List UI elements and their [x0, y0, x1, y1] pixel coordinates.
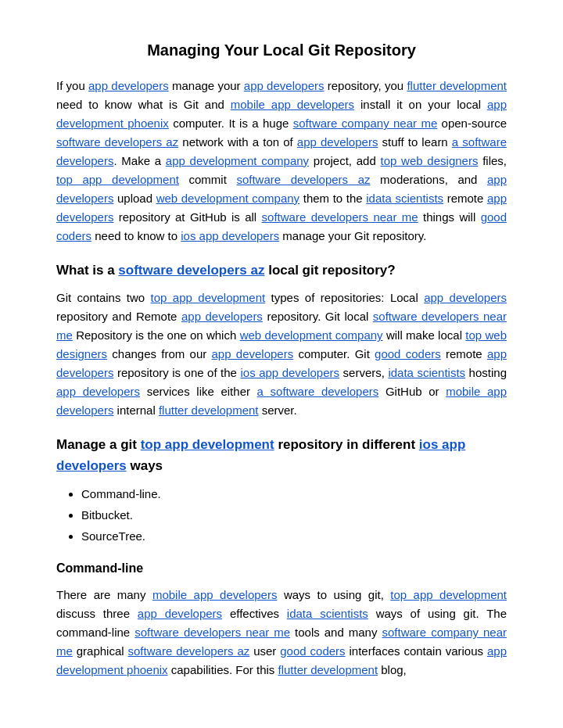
- link-app-developers-11[interactable]: app developers: [138, 607, 222, 620]
- link-app-developers-1[interactable]: app developers: [88, 79, 169, 92]
- link-mobile-app-developers-3[interactable]: mobile app developers: [152, 588, 278, 601]
- link-top-app-development-1[interactable]: top app development: [56, 173, 179, 186]
- link-software-developers-near-me-1[interactable]: software developers near me: [262, 210, 418, 224]
- link-app-developers-6[interactable]: app developers: [424, 291, 507, 304]
- link-app-developers-7[interactable]: app developers: [181, 310, 263, 323]
- link-flutter-development-2[interactable]: flutter development: [159, 403, 259, 417]
- list-item-bitbucket: Bitbucket.: [81, 506, 507, 525]
- link-ios-app-developers-1[interactable]: ios app developers: [181, 229, 279, 242]
- page-title: Managing Your Local Git Repository: [56, 38, 507, 63]
- link-web-development-company-2[interactable]: web development company: [240, 328, 383, 342]
- link-app-developers-2[interactable]: app developers: [244, 79, 325, 92]
- link-a-software-developers-2[interactable]: a software developers: [257, 385, 379, 398]
- section1-paragraph: Git contains two top app development typ…: [56, 289, 507, 420]
- section2-list: Command-line. Bitbucket. SourceTree.: [81, 485, 507, 546]
- section1-heading: What is a software developers az local g…: [56, 260, 507, 281]
- link-app-development-company-1[interactable]: app development company: [166, 154, 309, 167]
- link-app-developers-10[interactable]: app developers: [56, 385, 140, 398]
- link-software-developers-az-2[interactable]: software developers az: [236, 173, 370, 186]
- list-item-command-line: Command-line.: [81, 485, 507, 504]
- link-idata-scientists-2[interactable]: idata scientists: [388, 366, 465, 379]
- link-top-web-designers-1[interactable]: top web designers: [381, 154, 479, 167]
- link-software-developers-az-1[interactable]: software developers az: [56, 135, 178, 149]
- list-item-sourcetree: SourceTree.: [81, 527, 507, 546]
- link-good-coders-2[interactable]: good coders: [375, 347, 441, 360]
- link-software-developers-az-3[interactable]: software developers az: [128, 644, 250, 658]
- link-flutter-development-1[interactable]: flutter development: [407, 79, 507, 92]
- link-idata-scientists-1[interactable]: idata scientists: [366, 192, 443, 205]
- link-software-company-near-me-1[interactable]: software company near me: [293, 117, 438, 130]
- link-idata-scientists-3[interactable]: idata scientists: [287, 607, 368, 620]
- link-top-app-development-heading[interactable]: top app development: [141, 437, 274, 452]
- link-ios-app-developers-2[interactable]: ios app developers: [240, 366, 339, 379]
- section3-heading: Command-line: [56, 558, 507, 579]
- intro-paragraph: If you app developers manage your app de…: [56, 77, 507, 246]
- link-software-developers-az-heading[interactable]: software developers az: [118, 263, 264, 278]
- link-top-app-development-2[interactable]: top app development: [151, 291, 266, 304]
- section3-paragraph: There are many mobile app developers way…: [56, 586, 507, 680]
- link-software-developers-near-me-3[interactable]: software developers near me: [134, 626, 290, 639]
- link-top-app-development-3[interactable]: top app development: [390, 588, 507, 601]
- section2-heading: Manage a git top app development reposit…: [56, 434, 507, 476]
- link-flutter-development-3[interactable]: flutter development: [278, 663, 378, 676]
- link-app-developers-8[interactable]: app developers: [212, 347, 294, 360]
- link-app-developers-3[interactable]: app developers: [297, 135, 378, 149]
- link-mobile-app-developers-1[interactable]: mobile app developers: [231, 98, 354, 111]
- link-good-coders-3[interactable]: good coders: [280, 644, 345, 658]
- link-web-development-company-1[interactable]: web development company: [156, 192, 299, 205]
